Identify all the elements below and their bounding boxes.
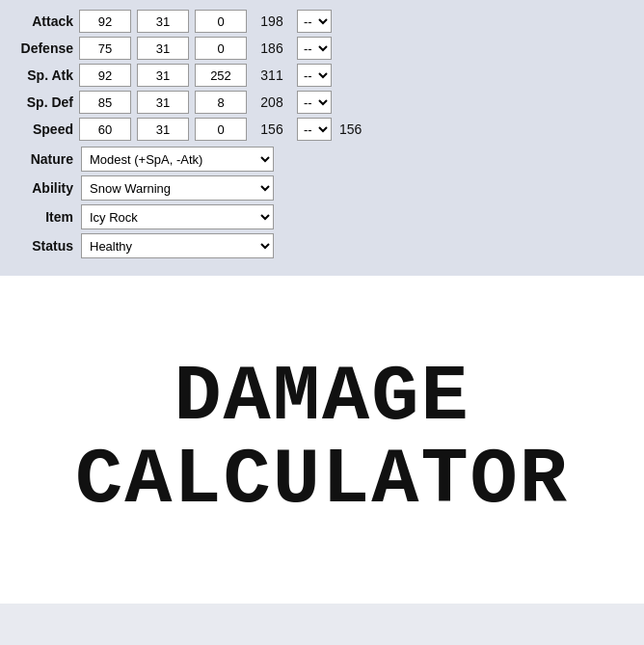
nature-label: Nature [15, 151, 73, 167]
stat-base-input[interactable] [79, 37, 131, 60]
stat-ev-input[interactable] [137, 64, 189, 87]
stat-iv-input[interactable] [195, 37, 247, 60]
stat-total: 311 [253, 67, 291, 83]
stat-iv-input[interactable] [195, 91, 247, 114]
stat-ev-input[interactable] [137, 91, 189, 114]
stat-iv-input[interactable] [195, 118, 247, 141]
title-line1: DAMAGE [75, 357, 569, 440]
stat-total: 208 [253, 94, 291, 110]
stat-total: 186 [253, 40, 291, 56]
stat-total: 198 [253, 13, 291, 29]
stats-section: Attack 198 -- + - Defense 186 -- + - [0, 0, 644, 276]
title-section: DAMAGE CALCULATOR [0, 276, 644, 604]
stat-label: Sp. Atk [15, 67, 73, 83]
ability-label: Ability [15, 180, 73, 196]
stat-iv-input[interactable] [195, 10, 247, 33]
stat-base-input[interactable] [79, 64, 131, 87]
stat-row-defense: Defense 186 -- + - [15, 37, 629, 60]
stat-base-input[interactable] [79, 10, 131, 33]
stat-row-sp--def: Sp. Def 208 -- + - [15, 91, 629, 114]
stat-base-input[interactable] [79, 91, 131, 114]
stat-nature-select[interactable]: -- + - [297, 91, 332, 114]
stat-label: Attack [15, 13, 73, 29]
ability-select[interactable]: Snow Warning Snow Cloak [81, 175, 274, 201]
item-row: Item Icy Rock Choice Specs Life Orb None [15, 204, 629, 229]
damage-calculator-title: DAMAGE CALCULATOR [75, 357, 569, 523]
stat-label: Sp. Def [15, 94, 73, 110]
stat-base-input[interactable] [79, 118, 131, 141]
stat-nature-select[interactable]: -- + - [297, 37, 332, 60]
status-row: Status Healthy Burned Paralyzed Poisoned… [15, 233, 629, 258]
ability-row: Ability Snow Warning Snow Cloak [15, 175, 629, 201]
status-label: Status [15, 238, 73, 254]
stat-nature-select[interactable]: -- + - [297, 10, 332, 33]
stat-ev-input[interactable] [137, 37, 189, 60]
stat-row-attack: Attack 198 -- + - [15, 10, 629, 33]
stat-label: Defense [15, 40, 73, 56]
item-label: Item [15, 209, 73, 225]
stat-total: 156 [253, 121, 291, 137]
stat-label: Speed [15, 121, 73, 137]
stat-nature-select[interactable]: -- + - [297, 64, 332, 87]
nature-select[interactable]: Modest (+SpA, -Atk) Adamant Timid Jolly … [81, 147, 274, 172]
nature-row: Nature Modest (+SpA, -Atk) Adamant Timid… [15, 147, 629, 172]
stat-ev-input[interactable] [137, 10, 189, 33]
status-select[interactable]: Healthy Burned Paralyzed Poisoned Badly … [81, 233, 274, 258]
stat-extra: 156 [339, 121, 362, 137]
stat-iv-input[interactable] [195, 64, 247, 87]
title-line2: CALCULATOR [75, 440, 569, 523]
item-select[interactable]: Icy Rock Choice Specs Life Orb None [81, 204, 274, 229]
info-section: Nature Modest (+SpA, -Atk) Adamant Timid… [15, 147, 629, 258]
stat-nature-select[interactable]: -- + - [297, 118, 332, 141]
stat-row-speed: Speed 156 -- + - 156 [15, 118, 629, 141]
stat-row-sp--atk: Sp. Atk 311 -- + - [15, 64, 629, 87]
stat-ev-input[interactable] [137, 118, 189, 141]
